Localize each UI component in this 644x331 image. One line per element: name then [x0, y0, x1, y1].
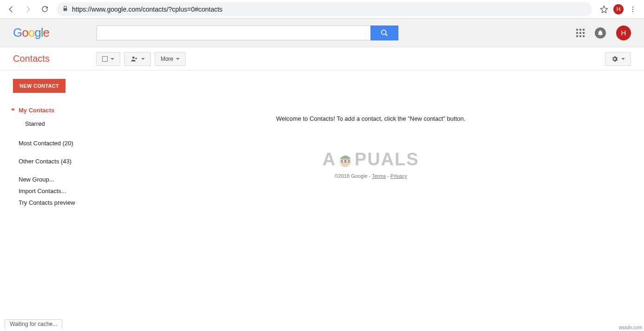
collapse-triangle-icon — [11, 109, 15, 111]
app-toolbar: Contacts More — [0, 47, 644, 71]
sidebar: NEW CONTACT My Contacts Starred Most Con… — [0, 71, 98, 331]
forward-button[interactable] — [20, 2, 35, 17]
checkbox-icon — [102, 56, 108, 62]
chevron-down-icon — [176, 58, 180, 60]
search-input[interactable] — [97, 26, 371, 40]
header-right: H — [576, 26, 631, 40]
url-text: https://www.google.com/contacts/?cplus=0… — [72, 6, 222, 13]
search-icon — [380, 29, 389, 37]
source-watermark: wsxdn.com — [619, 325, 642, 330]
privacy-link[interactable]: Privacy — [390, 173, 407, 179]
select-all-button[interactable] — [96, 52, 120, 66]
browser-menu-icon[interactable] — [625, 2, 640, 17]
svg-point-2 — [632, 11, 633, 12]
more-button[interactable]: More — [155, 52, 186, 66]
svg-point-8 — [346, 160, 349, 162]
google-logo[interactable]: G o o g l e — [13, 26, 49, 40]
add-to-contacts-button[interactable] — [124, 52, 151, 66]
search-button[interactable] — [371, 26, 398, 40]
bookmark-star-icon[interactable] — [597, 2, 611, 17]
copyright-text: ©2018 Google — [334, 173, 367, 179]
chevron-down-icon — [111, 58, 114, 60]
sidebar-item-my-contacts[interactable]: My Contacts — [0, 104, 98, 117]
browser-status-bar: Waiting for cache... — [5, 319, 62, 328]
gear-icon — [611, 55, 618, 63]
person-add-icon — [130, 56, 138, 62]
lock-icon — [62, 6, 68, 13]
reload-button[interactable] — [37, 2, 52, 17]
back-button[interactable] — [4, 2, 19, 17]
svg-point-1 — [632, 8, 633, 9]
svg-point-4 — [132, 56, 135, 58]
sidebar-item-other-contacts[interactable]: Other Contacts (43) — [0, 156, 98, 167]
svg-rect-6 — [341, 160, 350, 162]
svg-point-7 — [343, 160, 345, 162]
account-avatar[interactable]: H — [616, 26, 631, 40]
sidebar-item-try-preview[interactable]: Try Contacts preview — [0, 197, 98, 208]
notifications-icon[interactable] — [595, 27, 606, 39]
chevron-down-icon — [621, 58, 625, 60]
browser-profile-avatar[interactable]: H — [613, 4, 624, 14]
search-box — [97, 26, 398, 40]
google-header: G o o g l e H — [0, 19, 644, 47]
svg-point-5 — [340, 156, 351, 167]
page-title[interactable]: Contacts — [13, 53, 50, 64]
apps-icon[interactable] — [576, 29, 585, 37]
welcome-message: Welcome to Contacts! To add a contact, c… — [98, 115, 644, 122]
sidebar-item-starred[interactable]: Starred — [0, 117, 98, 131]
sidebar-item-most-contacted[interactable]: Most Contacted (20) — [0, 137, 98, 149]
sidebar-item-import-contacts[interactable]: Import Contacts... — [0, 185, 98, 197]
address-bar[interactable]: https://www.google.com/contacts/?cplus=0… — [57, 2, 592, 16]
terms-link[interactable]: Terms — [372, 173, 386, 179]
content-area: NEW CONTACT My Contacts Starred Most Con… — [0, 71, 644, 331]
sidebar-item-new-group[interactable]: New Group... — [0, 174, 98, 185]
browser-toolbar: https://www.google.com/contacts/?cplus=0… — [0, 0, 644, 19]
settings-button[interactable] — [605, 52, 631, 66]
svg-point-0 — [632, 6, 633, 7]
chevron-down-icon — [141, 58, 145, 60]
footer: ©2018 Google - Terms - Privacy — [98, 173, 644, 179]
svg-point-3 — [382, 30, 386, 34]
watermark: APUALS — [322, 149, 419, 170]
new-contact-button[interactable]: NEW CONTACT — [13, 79, 65, 93]
main-area: Welcome to Contacts! To add a contact, c… — [98, 71, 644, 331]
